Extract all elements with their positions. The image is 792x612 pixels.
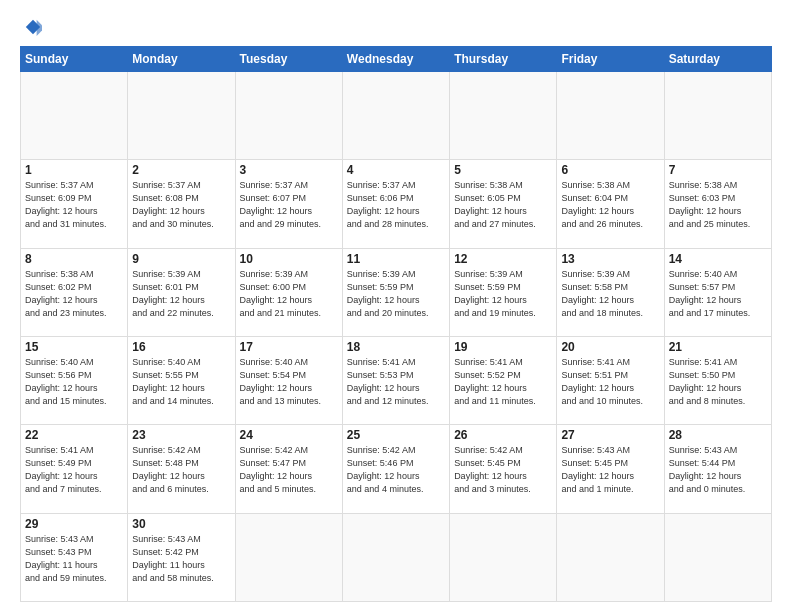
calendar-cell: 21Sunrise: 5:41 AMSunset: 5:50 PMDayligh… <box>664 336 771 424</box>
day-number: 25 <box>347 428 445 442</box>
calendar-cell <box>450 513 557 601</box>
day-number: 26 <box>454 428 552 442</box>
day-number: 11 <box>347 252 445 266</box>
day-info: Sunrise: 5:37 AMSunset: 6:09 PMDaylight:… <box>25 179 123 231</box>
day-number: 28 <box>669 428 767 442</box>
day-number: 5 <box>454 163 552 177</box>
calendar-cell: 8Sunrise: 5:38 AMSunset: 6:02 PMDaylight… <box>21 248 128 336</box>
day-info: Sunrise: 5:39 AMSunset: 6:00 PMDaylight:… <box>240 268 338 320</box>
day-header-monday: Monday <box>128 47 235 72</box>
calendar-cell <box>128 72 235 160</box>
calendar-cell: 30Sunrise: 5:43 AMSunset: 5:42 PMDayligh… <box>128 513 235 601</box>
day-info: Sunrise: 5:38 AMSunset: 6:03 PMDaylight:… <box>669 179 767 231</box>
calendar: SundayMondayTuesdayWednesdayThursdayFrid… <box>20 46 772 602</box>
calendar-cell: 5Sunrise: 5:38 AMSunset: 6:05 PMDaylight… <box>450 160 557 248</box>
day-number: 6 <box>561 163 659 177</box>
calendar-cell <box>450 72 557 160</box>
day-info: Sunrise: 5:40 AMSunset: 5:57 PMDaylight:… <box>669 268 767 320</box>
day-number: 9 <box>132 252 230 266</box>
day-number: 18 <box>347 340 445 354</box>
calendar-cell <box>235 72 342 160</box>
calendar-cell <box>21 72 128 160</box>
calendar-cell <box>664 513 771 601</box>
logo <box>20 18 42 36</box>
calendar-cell: 3Sunrise: 5:37 AMSunset: 6:07 PMDaylight… <box>235 160 342 248</box>
calendar-cell: 19Sunrise: 5:41 AMSunset: 5:52 PMDayligh… <box>450 336 557 424</box>
calendar-cell: 20Sunrise: 5:41 AMSunset: 5:51 PMDayligh… <box>557 336 664 424</box>
calendar-cell: 17Sunrise: 5:40 AMSunset: 5:54 PMDayligh… <box>235 336 342 424</box>
svg-marker-1 <box>37 20 42 36</box>
calendar-cell: 10Sunrise: 5:39 AMSunset: 6:00 PMDayligh… <box>235 248 342 336</box>
calendar-cell: 22Sunrise: 5:41 AMSunset: 5:49 PMDayligh… <box>21 425 128 513</box>
calendar-cell: 11Sunrise: 5:39 AMSunset: 5:59 PMDayligh… <box>342 248 449 336</box>
calendar-cell: 13Sunrise: 5:39 AMSunset: 5:58 PMDayligh… <box>557 248 664 336</box>
calendar-cell: 25Sunrise: 5:42 AMSunset: 5:46 PMDayligh… <box>342 425 449 513</box>
day-info: Sunrise: 5:40 AMSunset: 5:56 PMDaylight:… <box>25 356 123 408</box>
calendar-cell: 29Sunrise: 5:43 AMSunset: 5:43 PMDayligh… <box>21 513 128 601</box>
day-number: 13 <box>561 252 659 266</box>
calendar-cell: 4Sunrise: 5:37 AMSunset: 6:06 PMDaylight… <box>342 160 449 248</box>
day-info: Sunrise: 5:39 AMSunset: 5:59 PMDaylight:… <box>454 268 552 320</box>
day-header-sunday: Sunday <box>21 47 128 72</box>
day-header-saturday: Saturday <box>664 47 771 72</box>
day-number: 3 <box>240 163 338 177</box>
day-info: Sunrise: 5:37 AMSunset: 6:07 PMDaylight:… <box>240 179 338 231</box>
day-header-friday: Friday <box>557 47 664 72</box>
day-info: Sunrise: 5:42 AMSunset: 5:47 PMDaylight:… <box>240 444 338 496</box>
day-number: 7 <box>669 163 767 177</box>
day-number: 27 <box>561 428 659 442</box>
day-number: 20 <box>561 340 659 354</box>
calendar-cell: 2Sunrise: 5:37 AMSunset: 6:08 PMDaylight… <box>128 160 235 248</box>
day-info: Sunrise: 5:41 AMSunset: 5:50 PMDaylight:… <box>669 356 767 408</box>
day-number: 1 <box>25 163 123 177</box>
day-info: Sunrise: 5:41 AMSunset: 5:53 PMDaylight:… <box>347 356 445 408</box>
calendar-cell <box>557 72 664 160</box>
day-info: Sunrise: 5:38 AMSunset: 6:02 PMDaylight:… <box>25 268 123 320</box>
day-header-tuesday: Tuesday <box>235 47 342 72</box>
day-number: 14 <box>669 252 767 266</box>
day-info: Sunrise: 5:43 AMSunset: 5:43 PMDaylight:… <box>25 533 123 585</box>
calendar-cell: 16Sunrise: 5:40 AMSunset: 5:55 PMDayligh… <box>128 336 235 424</box>
day-info: Sunrise: 5:41 AMSunset: 5:52 PMDaylight:… <box>454 356 552 408</box>
day-info: Sunrise: 5:39 AMSunset: 6:01 PMDaylight:… <box>132 268 230 320</box>
day-number: 15 <box>25 340 123 354</box>
day-info: Sunrise: 5:37 AMSunset: 6:08 PMDaylight:… <box>132 179 230 231</box>
day-number: 22 <box>25 428 123 442</box>
day-info: Sunrise: 5:38 AMSunset: 6:04 PMDaylight:… <box>561 179 659 231</box>
day-number: 21 <box>669 340 767 354</box>
day-number: 8 <box>25 252 123 266</box>
day-info: Sunrise: 5:42 AMSunset: 5:46 PMDaylight:… <box>347 444 445 496</box>
calendar-cell: 7Sunrise: 5:38 AMSunset: 6:03 PMDaylight… <box>664 160 771 248</box>
day-info: Sunrise: 5:43 AMSunset: 5:42 PMDaylight:… <box>132 533 230 585</box>
calendar-cell: 23Sunrise: 5:42 AMSunset: 5:48 PMDayligh… <box>128 425 235 513</box>
day-number: 30 <box>132 517 230 531</box>
calendar-cell: 26Sunrise: 5:42 AMSunset: 5:45 PMDayligh… <box>450 425 557 513</box>
day-info: Sunrise: 5:43 AMSunset: 5:45 PMDaylight:… <box>561 444 659 496</box>
calendar-cell <box>235 513 342 601</box>
day-info: Sunrise: 5:38 AMSunset: 6:05 PMDaylight:… <box>454 179 552 231</box>
header <box>20 18 772 36</box>
calendar-cell <box>557 513 664 601</box>
calendar-cell <box>342 513 449 601</box>
logo-icon <box>24 18 42 36</box>
calendar-cell: 28Sunrise: 5:43 AMSunset: 5:44 PMDayligh… <box>664 425 771 513</box>
day-info: Sunrise: 5:41 AMSunset: 5:49 PMDaylight:… <box>25 444 123 496</box>
day-header-wednesday: Wednesday <box>342 47 449 72</box>
calendar-cell: 6Sunrise: 5:38 AMSunset: 6:04 PMDaylight… <box>557 160 664 248</box>
day-info: Sunrise: 5:42 AMSunset: 5:48 PMDaylight:… <box>132 444 230 496</box>
day-info: Sunrise: 5:43 AMSunset: 5:44 PMDaylight:… <box>669 444 767 496</box>
calendar-cell: 24Sunrise: 5:42 AMSunset: 5:47 PMDayligh… <box>235 425 342 513</box>
day-number: 12 <box>454 252 552 266</box>
calendar-cell <box>342 72 449 160</box>
calendar-cell: 18Sunrise: 5:41 AMSunset: 5:53 PMDayligh… <box>342 336 449 424</box>
calendar-cell: 12Sunrise: 5:39 AMSunset: 5:59 PMDayligh… <box>450 248 557 336</box>
day-info: Sunrise: 5:37 AMSunset: 6:06 PMDaylight:… <box>347 179 445 231</box>
day-info: Sunrise: 5:39 AMSunset: 5:59 PMDaylight:… <box>347 268 445 320</box>
calendar-cell: 1Sunrise: 5:37 AMSunset: 6:09 PMDaylight… <box>21 160 128 248</box>
day-info: Sunrise: 5:40 AMSunset: 5:55 PMDaylight:… <box>132 356 230 408</box>
day-header-thursday: Thursday <box>450 47 557 72</box>
calendar-cell: 15Sunrise: 5:40 AMSunset: 5:56 PMDayligh… <box>21 336 128 424</box>
day-info: Sunrise: 5:40 AMSunset: 5:54 PMDaylight:… <box>240 356 338 408</box>
day-number: 4 <box>347 163 445 177</box>
day-number: 2 <box>132 163 230 177</box>
